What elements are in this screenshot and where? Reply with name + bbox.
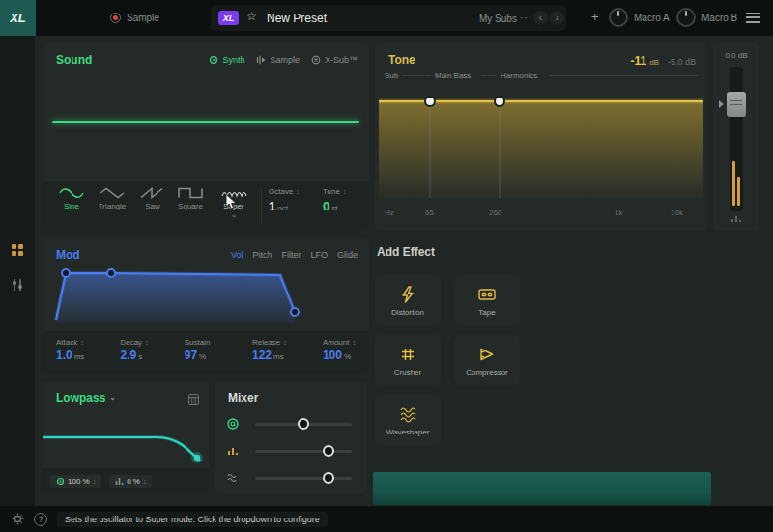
tone-gain-readout: -11dB -5.0 dB: [630, 54, 696, 68]
env-node-release: [291, 308, 299, 316]
octave-stepper[interactable]: Octave↕ 1oct: [269, 187, 319, 213]
add-effect-title: Add Effect: [377, 245, 435, 259]
tab-filter[interactable]: Filter: [281, 250, 301, 260]
tone-panel: Tone -11dB -5.0 dB Sub Main Bass Harmoni…: [375, 43, 707, 231]
tab-glide[interactable]: Glide: [337, 250, 358, 260]
tab-xsub[interactable]: X-Sub™: [311, 55, 358, 65]
tab-vol[interactable]: Vol: [231, 250, 243, 260]
sample-level-row: [215, 443, 367, 459]
band-label-harmonics[interactable]: Harmonics: [501, 71, 537, 80]
effect-compressor-button[interactable]: Compressor: [454, 335, 520, 385]
resonance-control[interactable]: 0 % ↕: [109, 475, 152, 488]
stepper-icon: ↕: [80, 339, 84, 346]
resonance-icon: [115, 477, 124, 486]
osc-sine-button[interactable]: Sine: [52, 187, 91, 210]
tab-lfo[interactable]: LFO: [310, 250, 328, 260]
tone-eq-display[interactable]: [379, 86, 703, 198]
filter-curve-display[interactable]: [43, 405, 209, 466]
square-wave-icon: [178, 187, 203, 199]
mod-panel: Mod Vol Pitch Filter LFO Glide Att: [43, 238, 369, 374]
attack-control[interactable]: Attack↕ 1.0ms: [56, 338, 84, 374]
tab-synth[interactable]: Synth: [209, 55, 244, 65]
sustain-control[interactable]: Sustain↕ 97%: [185, 338, 216, 374]
filter-panel: Lowpass⌄ 100 % ↕ 0 % ↕: [43, 381, 209, 493]
freq-tick-1k: 1k: [615, 209, 622, 217]
stepper-icon: ↕: [143, 478, 147, 485]
tab-pitch[interactable]: Pitch: [252, 250, 272, 260]
xsub-level-row: [215, 470, 367, 486]
sample-level-handle[interactable]: [323, 445, 334, 457]
freq-tick-hz: Hz: [385, 209, 394, 217]
stepper-icon: ↕: [343, 188, 347, 195]
band-label-sub[interactable]: Sub: [385, 71, 398, 80]
effect-waveshaper-button[interactable]: Waveshaper: [375, 395, 441, 445]
freq-tick-260: 260: [489, 209, 501, 217]
sublab-xl-window: XL Sample XL ☆ New Preset My Subs ··· ‹ …: [0, 0, 773, 532]
macro-a-knob[interactable]: [609, 8, 628, 27]
sine-wave-icon: [59, 187, 84, 199]
grid-view-icon[interactable]: [11, 243, 24, 261]
preset-bank-dropdown[interactable]: My Subs: [479, 14, 517, 24]
add-macro-button[interactable]: +: [591, 10, 599, 24]
bottom-drawer[interactable]: [373, 472, 711, 505]
output-panel: 0.0 dB: [713, 43, 759, 231]
crusher-icon: [398, 345, 417, 364]
status-hint: Sets the oscillator to Super mode. Click…: [57, 512, 328, 527]
menu-icon[interactable]: [746, 13, 760, 23]
effect-crusher-button[interactable]: Crusher: [375, 335, 441, 385]
output-fader-handle[interactable]: [727, 92, 746, 117]
osc-saw-button[interactable]: Saw: [135, 187, 170, 210]
sample-channel-icon: [226, 444, 240, 462]
stepper-icon: ↕: [352, 339, 356, 346]
next-preset-button[interactable]: ›: [550, 11, 564, 25]
help-icon[interactable]: ?: [34, 513, 47, 526]
macro-b-knob[interactable]: [676, 8, 696, 27]
band-label-mainbass[interactable]: Main Bass: [435, 71, 471, 80]
tab-sample[interactable]: Sample: [256, 55, 300, 65]
osc-square-button[interactable]: Square: [170, 187, 211, 210]
synth-level-handle[interactable]: [298, 418, 309, 430]
eq-node-1: [425, 97, 435, 106]
settings-gear-icon[interactable]: [12, 513, 24, 525]
preset-name: New Preset: [267, 12, 327, 25]
triangle-wave-icon: [100, 187, 125, 199]
compressor-icon: [477, 345, 497, 364]
filter-type-dropdown[interactable]: Lowpass⌄: [56, 391, 116, 405]
record-sample-button[interactable]: Sample: [110, 0, 159, 36]
macro-b-label: Macro B: [701, 13, 737, 23]
prev-preset-button[interactable]: ‹: [533, 11, 548, 25]
effect-distortion-button[interactable]: Distortion: [375, 275, 441, 325]
effect-tape-button[interactable]: Tape: [454, 275, 520, 325]
cutoff-control[interactable]: 100 % ↕: [50, 475, 101, 488]
osc-triangle-button[interactable]: Triangle: [91, 187, 133, 210]
fader-pointer-icon: [719, 100, 724, 108]
statusbar: ? Sets the oscillator to Super mode. Cli…: [0, 506, 773, 532]
waveshaper-icon: [398, 405, 417, 424]
osc-super-button[interactable]: Super ⌄: [213, 187, 255, 217]
mixer-panel: Mixer: [215, 381, 367, 493]
amount-control[interactable]: Amount↕ 100%: [323, 338, 356, 374]
super-dropdown-icon[interactable]: ⌄: [231, 213, 238, 217]
env-node-decay: [107, 269, 115, 277]
app-logo: XL: [0, 0, 36, 36]
divider: [261, 188, 262, 223]
cutoff-icon: [56, 477, 65, 486]
xsub-icon: [311, 55, 321, 65]
sliders-view-icon[interactable]: [11, 278, 24, 295]
tune-stepper[interactable]: Tune↕ 0st: [323, 187, 363, 213]
sound-title: Sound: [56, 53, 92, 67]
sample-level-slider[interactable]: [255, 450, 352, 453]
xsub-level-handle[interactable]: [323, 472, 334, 484]
favorite-star-icon[interactable]: ☆: [246, 10, 257, 23]
freq-tick-65: 65: [425, 209, 434, 217]
sound-engine-tabs: Synth Sample X-Sub™: [209, 55, 358, 65]
oscillator-strip: Sine Triangle Saw Square Super ⌄ Octave: [43, 181, 369, 231]
sample-icon: [256, 55, 266, 65]
release-control[interactable]: Release↕ 122ms: [252, 338, 287, 374]
preset-overflow-button[interactable]: ···: [520, 13, 532, 23]
mod-envelope-display[interactable]: [48, 264, 363, 329]
xsub-level-slider[interactable]: [255, 477, 352, 480]
synth-icon: [209, 55, 218, 65]
decay-control[interactable]: Decay↕ 2.9s: [120, 338, 148, 374]
stepper-icon: ↕: [283, 339, 287, 346]
